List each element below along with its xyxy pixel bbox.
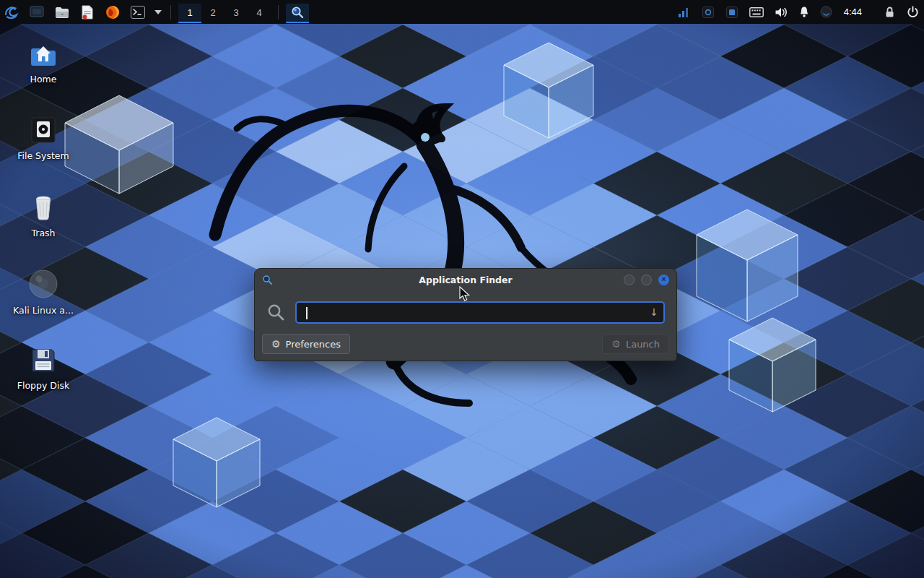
desktop-icon-home[interactable]: Home xyxy=(9,40,78,85)
preferences-button[interactable]: ⚙ Preferences xyxy=(262,334,350,354)
tray-icon xyxy=(702,6,715,19)
lock-icon xyxy=(884,6,895,18)
desktop-icon-trash[interactable]: Trash xyxy=(9,191,78,238)
file-manager-icon xyxy=(54,5,70,20)
maximize-button[interactable] xyxy=(641,275,652,285)
launcher-terminal[interactable] xyxy=(128,2,148,22)
gear-icon: ⚙ xyxy=(271,338,281,350)
workspace-switcher: 1 2 3 4 xyxy=(178,1,271,23)
volume-disc-icon xyxy=(28,269,58,299)
clock-label: 4:44 xyxy=(842,7,863,17)
panel-separator xyxy=(170,5,171,20)
tray-indicator-2[interactable] xyxy=(725,2,739,22)
button-row: ⚙ Preferences ⚙ Launch xyxy=(262,334,669,354)
taskbar-application-finder[interactable] xyxy=(286,4,309,23)
top-panel: 1 2 3 4 xyxy=(0,0,924,24)
application-finder-window: Application Finder × ↓ ⚙ Preferences ⚙ L… xyxy=(254,268,677,361)
floppy-disk-icon xyxy=(30,347,57,374)
minimize-button[interactable] xyxy=(624,275,635,285)
desktop-icon-label: Trash xyxy=(31,228,55,238)
panel-left: 1 2 3 4 xyxy=(1,0,309,24)
search-row: ↓ xyxy=(266,301,665,324)
desktop-icon-label: Kali Linux a... xyxy=(13,305,74,316)
search-icon xyxy=(266,303,285,322)
workspace-3[interactable]: 3 xyxy=(225,4,248,23)
panel-separator xyxy=(278,5,279,20)
text-editor-icon xyxy=(80,4,95,20)
status-orb-button[interactable] xyxy=(820,2,833,22)
run-gear-icon: ⚙ xyxy=(611,338,621,350)
close-button[interactable]: × xyxy=(658,275,669,285)
window-controls: × xyxy=(624,275,669,285)
search-field: ↓ xyxy=(295,301,665,324)
workspace-2[interactable]: 2 xyxy=(201,4,225,23)
launcher-firefox[interactable] xyxy=(103,2,123,22)
launch-label: Launch xyxy=(626,339,660,350)
trash-icon xyxy=(30,191,56,222)
tray-indicator-1[interactable] xyxy=(701,2,715,22)
panel-right: 4:44 xyxy=(677,0,920,24)
workspace-1[interactable]: 1 xyxy=(178,4,201,23)
desktop-icon-label: File System xyxy=(17,150,69,161)
workspace-4[interactable]: 4 xyxy=(248,4,271,23)
application-finder-icon xyxy=(290,5,305,20)
launcher-file-manager[interactable] xyxy=(52,2,72,22)
preferences-label: Preferences xyxy=(286,339,341,350)
chevron-down-icon xyxy=(154,10,162,14)
desktop-icon-file-system[interactable]: File System xyxy=(9,116,78,161)
terminal-dropdown-button[interactable] xyxy=(153,2,163,22)
notifications-button[interactable] xyxy=(798,2,811,22)
file-system-icon xyxy=(30,116,57,144)
desktop-icon-label: Home xyxy=(30,74,57,85)
screen-lock-button[interactable] xyxy=(883,2,896,22)
launcher-show-desktop[interactable] xyxy=(27,2,47,22)
tray-graph-indicator[interactable] xyxy=(677,2,692,22)
desktop-icon-floppy-disk[interactable]: Floppy Disk xyxy=(9,347,78,391)
kali-menu-button[interactable] xyxy=(1,2,22,22)
text-caret xyxy=(306,307,308,319)
speaker-icon xyxy=(775,7,788,18)
status-orb-icon xyxy=(820,6,832,18)
tray-icon xyxy=(725,6,738,19)
firefox-icon xyxy=(105,4,121,20)
window-icon xyxy=(29,5,45,20)
window-title: Application Finder xyxy=(255,275,676,285)
search-dropdown-arrow-icon[interactable]: ↓ xyxy=(650,306,658,318)
volume-button[interactable] xyxy=(774,2,788,22)
keyboard-layout-button[interactable] xyxy=(749,2,764,22)
kali-logo-icon xyxy=(3,4,20,21)
home-icon xyxy=(29,40,58,68)
clock[interactable]: 4:44 xyxy=(842,2,863,22)
desktop-icon-label: Floppy Disk xyxy=(17,380,69,391)
bell-icon xyxy=(798,6,810,18)
desktop-icon-kali-volume[interactable]: Kali Linux a... xyxy=(9,269,78,316)
graph-icon xyxy=(678,7,691,18)
titlebar[interactable]: Application Finder × xyxy=(255,269,676,290)
launcher-text-editor[interactable] xyxy=(77,2,97,22)
logout-button[interactable] xyxy=(905,2,920,22)
power-icon xyxy=(907,6,919,18)
launch-button[interactable]: ⚙ Launch xyxy=(602,334,669,354)
search-input[interactable] xyxy=(297,303,663,322)
terminal-icon xyxy=(130,5,146,20)
keyboard-icon xyxy=(749,7,764,17)
